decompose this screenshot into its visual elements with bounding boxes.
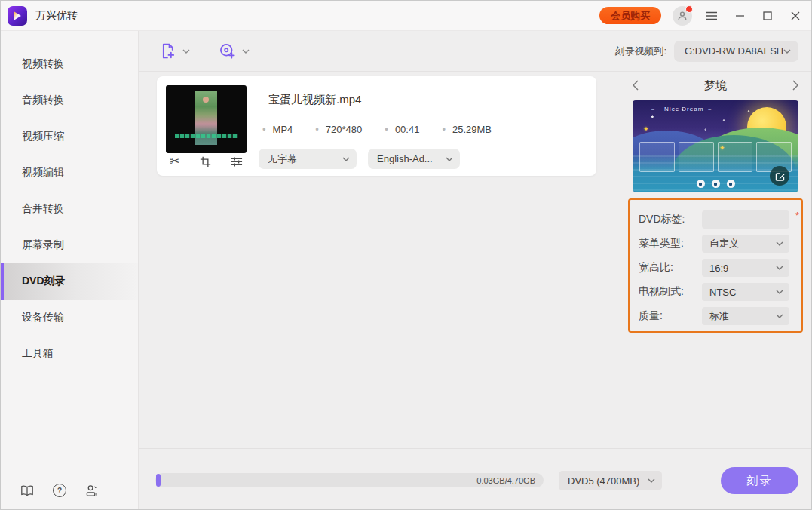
titlebar: 万兴优转 会员购买 (1, 1, 812, 31)
sidebar-item-video-convert[interactable]: 视频转换 (1, 46, 138, 82)
edit-tools: ✂ (166, 155, 247, 167)
dvd-label-row: DVD标签: * (630, 207, 801, 232)
capacity-progress-fill (156, 474, 161, 487)
sidebar-item-video-edit[interactable]: 视频编辑 (1, 155, 138, 191)
burn-destination-select[interactable]: G:DVD-RW DA8AESH (674, 41, 798, 62)
menu-frame[interactable] (679, 142, 714, 172)
crop-icon[interactable] (200, 156, 211, 167)
close-icon[interactable] (787, 8, 804, 24)
sidebar: 视频转换 音频转换 视频压缩 视频编辑 合并转换 屏幕录制 DVD刻录 设备传输… (1, 31, 139, 510)
template-preview[interactable]: ✦ ✦ Nice Dream (633, 100, 798, 192)
audio-track-select[interactable]: English-Ad... (368, 149, 460, 169)
trim-scissors-icon[interactable]: ✂ (170, 155, 179, 167)
edit-pencil-icon (775, 171, 785, 181)
file-duration: 00:41 (385, 124, 419, 135)
menu-type-row: 菜单类型: 自定义 (630, 232, 801, 256)
subtitle-select[interactable]: 无字幕 (259, 149, 357, 169)
bottom-divider (139, 448, 812, 449)
menu-frame[interactable] (718, 142, 753, 172)
add-file-button[interactable] (160, 42, 190, 60)
template-panel: 梦境 ✦ ✦ Nice Dream (627, 76, 804, 94)
main-area: 刻录视频到: G:DVD-RW DA8AESH ✂ (139, 31, 812, 510)
burn-button[interactable]: 刻录 (721, 467, 798, 494)
page-dot[interactable] (697, 180, 705, 188)
user-avatar[interactable] (673, 6, 692, 26)
file-resolution: 720*480 (315, 124, 362, 135)
template-selector: 梦境 (627, 76, 804, 94)
add-disc-button[interactable] (219, 42, 250, 60)
dvd-label-input[interactable] (702, 210, 789, 229)
menu-frames (639, 142, 792, 172)
menu-frame[interactable] (639, 142, 675, 172)
sidebar-item-dvd-burn[interactable]: DVD刻录 (1, 263, 138, 300)
sidebar-footer: ? (1, 484, 138, 497)
capacity-text: 0.03GB/4.70GB (476, 476, 544, 485)
file-name: 宝蛋儿视频新.mp4 (268, 93, 361, 107)
required-asterisk: * (795, 210, 799, 221)
chevron-down-icon (182, 49, 190, 54)
burn-destination: 刻录视频到: G:DVD-RW DA8AESH (614, 41, 812, 62)
app-title: 万兴优转 (35, 9, 78, 23)
sidebar-item-toolbox[interactable]: 工具箱 (1, 336, 138, 372)
quality-row: 质量: 标准 (630, 304, 801, 328)
sidebar-item-merge-convert[interactable]: 合并转换 (1, 191, 138, 227)
add-file-icon (160, 42, 177, 60)
thumbnail-subtitle-overlay (175, 134, 238, 138)
video-file-card: ✂ 宝蛋儿视频新.mp4 MP4 720*480 00:41 (157, 76, 596, 176)
app-window: 万兴优转 会员购买 (0, 0, 812, 510)
chevron-down-icon (783, 49, 791, 54)
app-logo-icon (8, 6, 27, 26)
page-dot[interactable] (712, 180, 720, 188)
video-thumbnail[interactable] (166, 85, 247, 153)
page-dot[interactable] (727, 180, 735, 188)
buy-membership-button[interactable]: 会员购买 (599, 7, 661, 24)
aspect-ratio-row: 宽高比: 16:9 (630, 256, 801, 280)
notification-dot (685, 5, 693, 13)
chevron-down-icon (446, 157, 453, 161)
feedback-users-icon[interactable] (85, 484, 99, 497)
preview-title: Nice Dream (633, 106, 735, 112)
template-prev-icon[interactable] (633, 80, 639, 91)
chevron-down-icon (242, 49, 250, 54)
chevron-down-icon (648, 478, 655, 483)
template-next-icon[interactable] (792, 80, 798, 91)
capacity-progress-bar: 0.03GB/4.70GB (155, 473, 544, 487)
disc-type-select[interactable]: DVD5 (4700MB) (559, 471, 662, 490)
dvd-settings-panel: DVD标签: * 菜单类型: 自定义 宽高比: 16:9 (628, 198, 803, 333)
help-icon[interactable]: ? (53, 484, 66, 497)
sidebar-item-video-compress[interactable]: 视频压缩 (1, 118, 138, 155)
titlebar-right: 会员购买 (599, 6, 812, 26)
maximize-icon[interactable] (759, 8, 776, 24)
burn-to-label: 刻录视频到: (614, 45, 666, 58)
file-card-selects: 无字幕 English-Ad... (259, 149, 460, 169)
tv-standard-row: 电视制式: NTSC (630, 280, 801, 304)
menu-type-select[interactable]: 自定义 (702, 235, 789, 253)
template-name: 梦境 (704, 78, 727, 93)
chevron-down-icon (342, 157, 350, 161)
aspect-ratio-select[interactable]: 16:9 (702, 259, 789, 277)
menu-icon[interactable] (703, 8, 720, 24)
file-size: 25.29MB (442, 124, 492, 135)
file-format: MP4 (262, 124, 293, 135)
file-meta: MP4 720*480 00:41 25.29MB (262, 124, 492, 135)
sidebar-item-screen-record[interactable]: 屏幕录制 (1, 227, 138, 263)
quality-select[interactable]: 标准 (702, 307, 789, 325)
sidebar-item-device-transfer[interactable]: 设备传输 (1, 300, 138, 336)
add-disc-icon (219, 42, 237, 60)
main-toolbar: 刻录视频到: G:DVD-RW DA8AESH (139, 31, 812, 72)
sidebar-item-audio-convert[interactable]: 音频转换 (1, 82, 138, 118)
minimize-icon[interactable] (731, 8, 748, 24)
guide-book-icon[interactable] (20, 484, 34, 497)
tv-standard-select[interactable]: NTSC (702, 283, 789, 301)
effects-sliders-icon[interactable] (231, 156, 243, 167)
edit-template-button[interactable] (770, 166, 789, 186)
